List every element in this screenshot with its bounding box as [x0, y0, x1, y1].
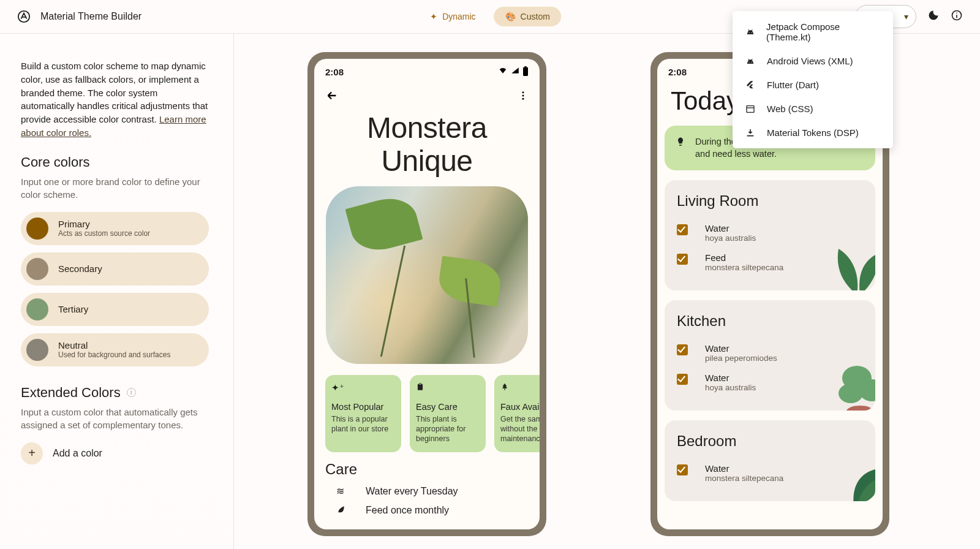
card-title: Faux Available — [500, 402, 540, 412]
download-icon — [745, 128, 756, 138]
room-title: Kitchen — [677, 312, 863, 330]
status-bar: 2:08 — [314, 59, 540, 78]
tree-icon — [500, 382, 540, 393]
task-action: Water — [705, 373, 756, 383]
info-icon[interactable] — [951, 9, 963, 25]
wifi-icon — [498, 66, 508, 78]
add-color-label: Add a color — [53, 448, 102, 459]
task-action: Feed — [705, 252, 783, 263]
android-icon — [745, 56, 756, 66]
export-web[interactable]: Web (CSS) — [733, 97, 893, 121]
card-title: Most Popular — [331, 402, 395, 412]
color-primary[interactable]: Primary Acts as custom source color — [21, 212, 209, 245]
intro-text: Build a custom color scheme to map dynam… — [21, 59, 209, 140]
app-header: Material Theme Builder ✦ Dynamic 🎨 Custo… — [0, 0, 980, 34]
checkbox-icon[interactable] — [677, 254, 688, 265]
card-sub: Get the same look without the maintenanc… — [500, 414, 540, 444]
card-sub: This plant is appropriate for beginners — [416, 414, 480, 444]
signal-icon — [510, 66, 520, 78]
extended-colors-sub: Input a custom color that automatically … — [21, 406, 209, 431]
svg-line-7 — [752, 29, 752, 31]
care-row-feed: Feed once monthly — [314, 501, 540, 520]
palette-icon: 🎨 — [505, 12, 516, 21]
task-action: Water — [705, 463, 783, 474]
color-sub: Used for background and surfaces — [58, 350, 170, 359]
info-small-icon[interactable]: i — [127, 388, 136, 397]
tab-custom[interactable]: 🎨 Custom — [494, 7, 561, 26]
task-plant: pilea peperomiodes — [705, 354, 777, 363]
color-label: Primary — [58, 219, 150, 229]
color-sub: Acts as custom source color — [58, 229, 150, 238]
color-secondary[interactable]: Secondary — [21, 252, 209, 286]
svg-point-9 — [751, 61, 752, 62]
chevron-down-icon: ▾ — [904, 12, 908, 21]
plus-icon: + — [21, 442, 43, 464]
export-tokens[interactable]: Material Tokens (DSP) — [733, 121, 893, 145]
mode-tabs: ✦ Dynamic 🎨 Custom — [419, 7, 561, 26]
svg-point-5 — [751, 32, 752, 33]
status-time: 2:08 — [325, 67, 344, 77]
add-color-button[interactable]: + Add a color — [21, 442, 209, 464]
room-kitchen: Kitchen Water pilea peperomiodes Water h… — [665, 300, 875, 411]
color-label: Tertiary — [58, 304, 88, 314]
card-sub: This is a popular plant in our store — [331, 414, 395, 434]
care-heading: Care — [314, 452, 540, 482]
svg-rect-15 — [524, 66, 526, 67]
core-colors-sub: Input one or more brand color to define … — [21, 175, 209, 201]
export-label: Flutter (Dart) — [767, 80, 819, 90]
task-plant: monstera siltepecana — [705, 263, 783, 272]
card-popular[interactable]: ✦⁺ Most Popular This is a popular plant … — [325, 375, 401, 453]
svg-point-16 — [522, 91, 524, 93]
svg-line-10 — [748, 59, 749, 60]
checkbox-icon[interactable] — [677, 464, 688, 475]
clipboard-icon — [416, 382, 480, 393]
back-icon[interactable] — [325, 89, 339, 105]
export-label: Jetpack Compose (Theme.kt) — [766, 21, 881, 42]
svg-point-4 — [748, 32, 749, 33]
card-title: Easy Care — [416, 402, 480, 412]
room-bedroom: Bedroom Water monstera siltepecana — [665, 420, 875, 501]
tab-dynamic-label: Dynamic — [442, 12, 475, 21]
hero-image — [326, 186, 528, 364]
battery-icon — [522, 66, 529, 78]
tertiary-swatch — [26, 298, 48, 320]
care-row-water: ≋ Water every Tuesday — [314, 482, 540, 501]
export-label: Web (CSS) — [767, 104, 813, 114]
svg-point-3 — [956, 12, 957, 13]
export-flutter[interactable]: Flutter (Dart) — [733, 73, 893, 97]
status-time: 2:08 — [668, 67, 687, 77]
card-faux[interactable]: Faux Available Get the same look without… — [494, 375, 540, 453]
more-icon[interactable] — [518, 90, 529, 104]
task-plant: hoya australis — [705, 233, 756, 243]
extended-colors-title: Extended Colors — [21, 385, 121, 401]
sidebar: Build a custom color scheme to map dynam… — [0, 34, 234, 549]
flutter-icon — [745, 80, 756, 90]
android-icon — [745, 27, 755, 37]
dark-mode-icon[interactable] — [927, 9, 940, 25]
room-living: Living Room Water hoya australis Feed mo… — [665, 180, 875, 290]
export-label: Material Tokens (DSP) — [767, 127, 859, 138]
checkbox-icon[interactable] — [677, 374, 688, 385]
svg-line-6 — [748, 29, 748, 31]
export-compose[interactable]: Jetpack Compose (Theme.kt) — [733, 15, 893, 49]
color-tertiary[interactable]: Tertiary — [21, 293, 209, 326]
card-easy-care[interactable]: Easy Care This plant is appropriate for … — [410, 375, 486, 453]
plant-illustration-icon — [820, 447, 875, 501]
tab-dynamic[interactable]: ✦ Dynamic — [419, 7, 486, 26]
plant-illustration-icon — [820, 357, 875, 411]
feature-cards: ✦⁺ Most Popular This is a popular plant … — [314, 364, 540, 453]
hero-title: Monstera Unique — [314, 109, 540, 184]
care-label: Water every Tuesday — [366, 486, 458, 497]
svg-line-11 — [752, 59, 752, 60]
leaf-icon — [336, 504, 347, 517]
tab-custom-label: Custom — [521, 12, 550, 21]
neutral-swatch — [26, 339, 48, 361]
app-title: Material Theme Builder — [40, 11, 141, 22]
color-neutral[interactable]: Neutral Used for background and surfaces — [21, 333, 209, 366]
export-android-views[interactable]: Android Views (XML) — [733, 49, 893, 73]
checkbox-icon[interactable] — [677, 344, 688, 355]
svg-point-8 — [748, 61, 749, 62]
checkbox-icon[interactable] — [677, 224, 688, 235]
svg-rect-12 — [747, 105, 754, 112]
phone-mock-1: 2:08 Monstera Unique — [307, 52, 546, 536]
